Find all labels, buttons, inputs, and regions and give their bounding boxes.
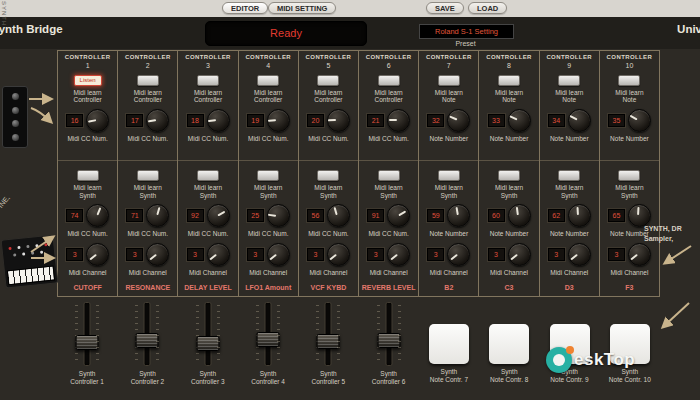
midi-learn-synth-button[interactable] [257,170,279,181]
fader-handle[interactable] [136,333,159,348]
channel-knob[interactable] [86,243,109,266]
synth-value-knob[interactable] [86,204,109,227]
midi-learn-synth-button[interactable] [618,170,640,181]
top-value-knob[interactable] [327,109,350,132]
midi-learn-controller-button[interactable] [558,75,580,86]
midi-learn-synth-button[interactable] [197,170,219,181]
note-pad[interactable] [489,324,529,364]
channel-knob[interactable] [146,243,169,266]
midi-learn-synth-button[interactable] [77,170,99,181]
midi-learn-controller-button[interactable] [498,75,520,86]
synth-fader[interactable] [316,302,340,366]
fader-handle[interactable] [196,336,219,351]
midi-learn-controller-button[interactable]: Listen [74,75,102,86]
channel-value-field[interactable]: 3 [187,248,204,261]
channel-knob[interactable] [267,243,290,266]
fader-handle[interactable] [76,335,99,350]
top-value-field[interactable]: 18 [187,114,204,127]
synth-value-field[interactable]: 71 [126,209,143,222]
midi-learn-synth-button[interactable] [438,170,460,181]
channel-knob[interactable] [207,243,230,266]
midi-learn-controller-button[interactable] [438,75,460,86]
channel-value-field[interactable]: 3 [427,248,444,261]
fader-handle[interactable] [377,333,400,348]
synth-value-knob[interactable] [267,204,290,227]
top-value-field[interactable]: 32 [427,114,444,127]
midi-learn-controller-button[interactable] [197,75,219,86]
channel-knob[interactable] [508,243,531,266]
top-value-knob[interactable] [207,109,230,132]
synth-value-field[interactable]: 25 [247,209,264,222]
top-value-field[interactable]: 35 [608,114,625,127]
synth-value-knob[interactable] [568,204,591,227]
midi-learn-controller-button[interactable] [618,75,640,86]
channel-knob[interactable] [568,243,591,266]
channel-knob[interactable] [387,243,410,266]
channel-value-field[interactable]: 3 [126,248,143,261]
fader-handle[interactable] [257,332,280,347]
top-value-knob[interactable] [86,109,109,132]
channel-value-field[interactable]: 3 [608,248,625,261]
midi-learn-synth-button[interactable] [558,170,580,181]
synth-fader[interactable] [377,302,401,366]
synth-fader[interactable] [256,302,280,366]
channel-value-field[interactable]: 3 [66,248,83,261]
note-pad[interactable] [429,324,469,364]
channel-knob[interactable] [327,243,350,266]
channel-value-field[interactable]: 3 [307,248,324,261]
channel-value-field[interactable]: 3 [367,248,384,261]
synth-value-field[interactable]: 92 [187,209,204,222]
synth-value-knob[interactable] [508,204,531,227]
midi-learn-controller-button[interactable] [378,75,400,86]
midi-setting-button[interactable]: MIDI SETTING [268,2,336,14]
preset-selector[interactable]: Roland S-1 Setting [419,24,514,39]
synth-value-field[interactable]: 59 [427,209,444,222]
synth-fader[interactable] [75,302,99,366]
synth-value-knob[interactable] [146,204,169,227]
top-value-knob[interactable] [568,109,591,132]
midi-learn-controller-button[interactable] [317,75,339,86]
top-value-knob[interactable] [387,109,410,132]
top-value-field[interactable]: 33 [488,114,505,127]
top-value-field[interactable]: 20 [307,114,324,127]
midi-learn-controller-button[interactable] [137,75,159,86]
top-value-field[interactable]: 34 [548,114,565,127]
top-value-knob[interactable] [447,109,470,132]
load-button[interactable]: LOAD [468,2,507,14]
top-value-knob[interactable] [146,109,169,132]
top-value-knob[interactable] [628,109,651,132]
synth-value-field[interactable]: 74 [66,209,83,222]
synth-value-knob[interactable] [207,204,230,227]
top-value-knob[interactable] [508,109,531,132]
synth-value-field[interactable]: 91 [367,209,384,222]
synth-fader[interactable] [135,302,159,366]
synth-value-field[interactable]: 62 [548,209,565,222]
top-value-field[interactable]: 17 [126,114,143,127]
top-value-field[interactable]: 19 [247,114,264,127]
top-value-field[interactable]: 16 [66,114,83,127]
midi-learn-controller-button[interactable] [257,75,279,86]
left-vertical-note: SYNTH [1,1,7,26]
midi-learn-synth-button[interactable] [137,170,159,181]
midi-learn-synth-button[interactable] [498,170,520,181]
top-value-field[interactable]: 21 [367,114,384,127]
save-button[interactable]: SAVE [426,2,464,14]
synth-value-knob[interactable] [387,204,410,227]
fader-handle[interactable] [317,334,340,349]
synth-value-field[interactable]: 56 [307,209,324,222]
synth-value-field[interactable]: 65 [608,209,625,222]
channel-knob[interactable] [447,243,470,266]
top-value-knob[interactable] [267,109,290,132]
channel-knob[interactable] [628,243,651,266]
synth-value-knob[interactable] [447,204,470,227]
synth-value-knob[interactable] [327,204,350,227]
synth-fader[interactable] [196,302,220,366]
channel-value-field[interactable]: 3 [247,248,264,261]
channel-value-field[interactable]: 3 [488,248,505,261]
midi-learn-synth-button[interactable] [317,170,339,181]
midi-learn-synth-button[interactable] [378,170,400,181]
editor-button[interactable]: EDITOR [222,2,268,14]
synth-value-field[interactable]: 60 [488,209,505,222]
channel-value-field[interactable]: 3 [548,248,565,261]
listen-label: Listen [80,77,96,83]
